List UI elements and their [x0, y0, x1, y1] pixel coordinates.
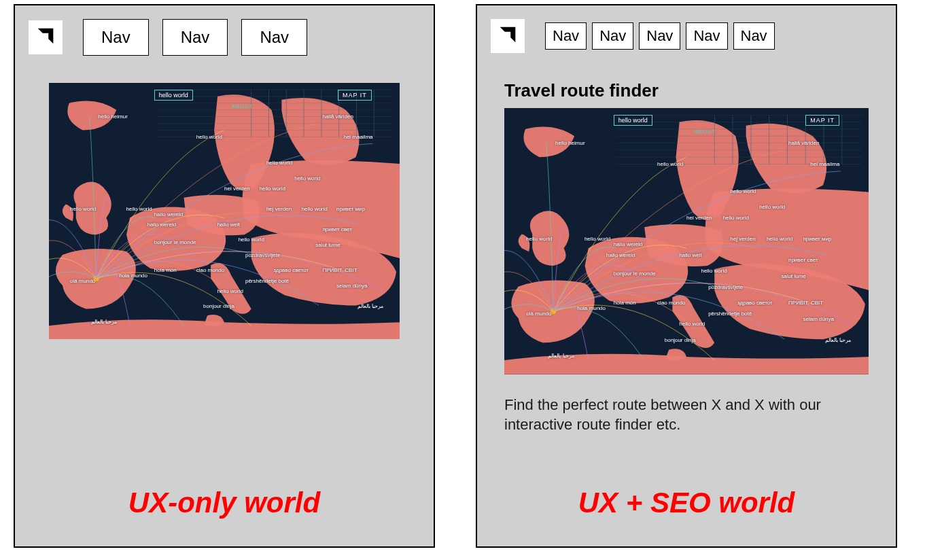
map-city-label: hallå världen — [788, 140, 819, 146]
nav-row-left: Nav Nav Nav — [83, 19, 307, 56]
nav-button[interactable]: Nav — [162, 19, 228, 56]
map-city-label: bonjour le monde — [614, 270, 656, 277]
map-city-label: مرحبا بالعالم — [357, 303, 383, 309]
map-city-label: olá mundo — [526, 311, 551, 317]
topbar-left: Nav Nav Nav — [15, 5, 434, 56]
map-widget[interactable]: hello worldMAP ITABOUThello heimurhallå … — [49, 83, 400, 339]
map-about-link[interactable]: ABOUT — [231, 103, 254, 109]
map-city-label: здраво светот — [737, 300, 773, 306]
logo-arrow-icon — [34, 24, 57, 50]
nav-button[interactable]: Nav — [733, 22, 775, 50]
map-city-label: hello world — [767, 236, 792, 242]
map-city-label: مرحبا بالعالم — [548, 353, 574, 359]
map-city-label: ПРИВІТ, СВІТ — [788, 300, 823, 306]
map-city-label: salut lume — [315, 242, 340, 248]
map-city-label: ciao mondo — [196, 267, 224, 273]
map-city-label: hola món — [614, 300, 636, 306]
map-city-label: привет свет — [788, 257, 818, 263]
map-city-label: ПРИВІТ, СВІТ — [322, 267, 357, 273]
logo — [491, 19, 525, 53]
map-city-label: hola món — [154, 267, 177, 273]
map-city-label: مرحبا بالعالم — [91, 319, 117, 325]
nav-row-right: Nav Nav Nav Nav Nav — [545, 22, 775, 50]
map-city-label: здраво светот — [273, 267, 309, 273]
map-city-label: salut lume — [781, 273, 805, 279]
map-city-label: hello world — [294, 175, 320, 181]
page-title: Travel route finder — [504, 80, 869, 101]
map-city-label: привет мир — [803, 236, 832, 242]
content-left: hello worldMAP ITABOUThello heimurhallå … — [15, 56, 434, 546]
map-city-label: hello world — [126, 206, 152, 212]
content-right: Travel route finder hello worldMAP ITABO… — [477, 53, 896, 546]
nav-button[interactable]: Nav — [639, 22, 680, 50]
map-city-label: hei maailma — [343, 134, 372, 140]
map-city-label: bonjour le monde — [154, 239, 196, 245]
map-city-label: pozdravsvijete — [708, 284, 743, 290]
map-city-label: مرحبا بالعالم — [825, 337, 851, 343]
map-city-label: hallo wereld — [614, 241, 643, 247]
topbar-right: Nav Nav Nav Nav Nav — [477, 5, 896, 53]
map-search-input[interactable]: hello world — [614, 115, 652, 126]
map-city-label: hello world — [260, 186, 285, 192]
map-city-label: selam dünya — [803, 316, 834, 322]
map-city-label: hello heimur — [555, 140, 585, 146]
map-city-label: hallo welt — [679, 252, 701, 258]
map-city-label: hello world — [759, 204, 785, 210]
map-city-label: hei verden — [224, 186, 249, 192]
map-city-label: hallo wereld — [606, 252, 635, 258]
map-city-label: përshëndetje botë — [708, 311, 752, 317]
map-city-label: bonjour dinja — [665, 337, 696, 343]
map-city-label: hello world — [526, 236, 552, 242]
map-city-label: hallo wereld — [154, 211, 184, 217]
caption-left: UX-only world — [49, 487, 400, 519]
nav-button[interactable]: Nav — [686, 22, 727, 50]
nav-button[interactable]: Nav — [545, 22, 587, 50]
map-it-button[interactable]: MAP IT — [338, 90, 372, 101]
map-city-label: ciao mondo — [657, 300, 685, 306]
map-city-label: hello world — [657, 161, 683, 167]
map-city-label: hallå världen — [322, 113, 353, 120]
map-city-label: përshëndetje botë — [245, 278, 289, 284]
map-city-label: hello world — [70, 206, 96, 212]
map-city-label: hola mundo — [577, 305, 606, 311]
map-city-label: hei maailma — [810, 161, 839, 167]
map-city-label: hej verden — [730, 236, 755, 242]
nav-button[interactable]: Nav — [592, 22, 633, 50]
map-city-label: pozdravsvijete — [245, 252, 280, 258]
logo-arrow-icon — [496, 23, 519, 49]
caption-right: UX + SEO world — [504, 487, 869, 519]
map-widget[interactable]: hello worldMAP ITABOUThello heimurhallå … — [504, 108, 869, 374]
map-controls: hello worldMAP IT — [154, 90, 372, 101]
map-city-label: привет мир — [336, 206, 365, 212]
map-city-label: hello world — [239, 237, 264, 243]
map-controls: hello worldMAP IT — [614, 115, 839, 126]
map-city-label: hello world — [196, 134, 222, 140]
map-city-label: hej verden — [266, 206, 292, 212]
map-city-label: selam dünya — [336, 283, 367, 289]
map-city-label: hallo welt — [217, 222, 240, 228]
map-about-link[interactable]: ABOUT — [694, 128, 716, 135]
nav-button[interactable]: Nav — [83, 19, 149, 56]
map-city-label: hello world — [302, 206, 328, 212]
map-city-label: hello world — [723, 215, 749, 221]
map-city-label: привет свет — [322, 226, 352, 232]
map-city-label: hello world — [730, 188, 756, 194]
map-city-label: bonjour dinja — [203, 303, 234, 309]
map-it-button[interactable]: MAP IT — [805, 115, 839, 126]
map-city-label: hei verden — [686, 215, 712, 221]
map-city-label: hallo wereld — [147, 222, 176, 228]
page-description: Find the perfect route between X and X w… — [504, 395, 869, 435]
map-city-label: hello heimur — [98, 113, 128, 120]
logo — [29, 20, 63, 54]
map-city-label: hola mundo — [119, 273, 147, 279]
nav-button[interactable]: Nav — [241, 19, 307, 56]
map-city-label: hello world — [679, 321, 705, 327]
map-city-label: hello world — [217, 288, 243, 294]
panel-ux-seo: Nav Nav Nav Nav Nav Travel route finder … — [476, 4, 897, 548]
map-city-label: hello world — [266, 160, 292, 166]
map-search-input[interactable]: hello world — [154, 90, 193, 101]
map-city-label: hello world — [585, 236, 610, 242]
map-city-label: hello world — [701, 268, 727, 274]
panel-ux-only: Nav Nav Nav hello worldMAP ITABOUThello … — [14, 4, 435, 548]
map-city-label: olá mundo — [70, 278, 95, 284]
